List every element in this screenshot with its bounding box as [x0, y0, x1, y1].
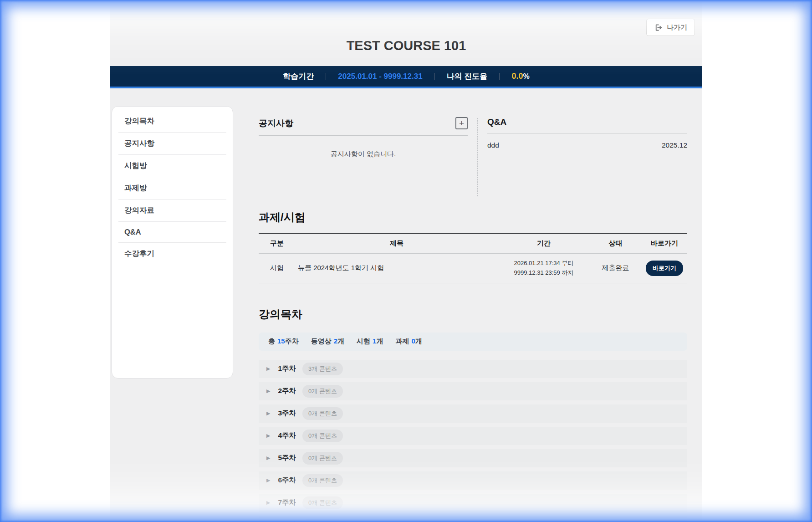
notice-panel-header: 공지사항 + — [259, 117, 468, 136]
panel-divider — [477, 118, 478, 196]
tasks-section-title: 과제/시험 — [259, 210, 687, 225]
week-label: 1주차 — [278, 364, 296, 374]
task-title: 뉴클 2024학년도 1학기 시험 — [295, 254, 498, 283]
study-period-label: 학습기간 — [283, 71, 314, 82]
task-status: 제출완료 — [589, 254, 642, 283]
week-row-4[interactable]: ▶ 4주차 0개 콘텐츠 — [259, 427, 687, 445]
week-row-5[interactable]: ▶ 5주차 0개 콘텐츠 — [259, 449, 687, 467]
tasks-col-title: 제목 — [295, 233, 498, 254]
progress-value: 0.0% — [511, 72, 529, 81]
week-content-count-badge: 0개 콘텐츠 — [302, 496, 343, 509]
week-content-count-badge: 0개 콘텐츠 — [302, 430, 343, 442]
week-list: ▶ 1주차 3개 콘텐츠 ▶ 2주차 0개 콘텐츠 ▶ 3주차 0개 콘텐츠 — [259, 360, 687, 522]
course-contents-title: 강의목차 — [259, 307, 687, 322]
tasks-col-type: 구분 — [259, 233, 295, 254]
tasks-section: 과제/시험 구분 제목 기간 상태 바로가기 시험 — [259, 210, 687, 283]
tasks-col-status: 상태 — [589, 233, 642, 254]
week-label: 6주차 — [278, 476, 296, 485]
plus-icon[interactable]: + — [455, 117, 468, 129]
week-label: 7주차 — [278, 498, 296, 507]
sidebar-item-notice[interactable]: 공지사항 — [118, 133, 226, 155]
top-panels: 공지사항 + 공지사항이 없습니다. Q&A ddd 2025.12 — [259, 117, 687, 196]
week-content-count-badge: 0개 콘텐츠 — [302, 385, 343, 398]
week-content-count-badge: 0개 콘텐츠 — [302, 474, 343, 487]
qna-title: Q&A — [487, 117, 506, 127]
week-label: 4주차 — [278, 431, 296, 440]
summary-videos: 동영상2개 — [311, 337, 344, 346]
qna-panel-header: Q&A — [487, 117, 687, 133]
week-content-count-badge: 0개 콘텐츠 — [302, 452, 343, 465]
week-row-7[interactable]: ▶ 7주차 0개 콘텐츠 — [259, 494, 687, 512]
course-page: 나가기 TEST COURSE 101 학습기간 2025.01.01 - 99… — [110, 0, 702, 522]
week-row-6[interactable]: ▶ 6주차 0개 콘텐츠 — [259, 471, 687, 490]
expand-triangle-icon: ▶ — [266, 500, 270, 506]
sidebar-item-review[interactable]: 수강후기 — [118, 243, 226, 265]
info-bar-divider — [434, 73, 435, 80]
expand-triangle-icon: ▶ — [266, 455, 270, 461]
week-label: 8주차 — [278, 520, 296, 522]
week-content-count-badge: 0개 콘텐츠 — [302, 519, 343, 522]
week-content-count-badge: 0개 콘텐츠 — [302, 407, 343, 420]
sidebar-item-contents[interactable]: 강의목차 — [118, 110, 226, 133]
summary-exams: 시험1개 — [357, 337, 383, 346]
progress-label: 나의 진도율 — [447, 71, 488, 82]
qna-list-item[interactable]: ddd 2025.12 — [487, 141, 687, 149]
expand-triangle-icon: ▶ — [266, 366, 270, 372]
week-row-2[interactable]: ▶ 2주차 0개 콘텐츠 — [259, 382, 687, 400]
notice-title: 공지사항 — [259, 118, 293, 129]
exit-button-label: 나가기 — [667, 23, 687, 32]
week-row-1[interactable]: ▶ 1주차 3개 콘텐츠 — [259, 360, 687, 378]
week-label: 2주차 — [278, 386, 296, 396]
course-contents-section: 강의목차 총15주차 동영상2개 시험1개 과제0개 ▶ 1주차 3개 콘텐츠 … — [259, 307, 687, 522]
qna-item-date: 2025.12 — [662, 141, 687, 149]
week-label: 3주차 — [278, 409, 296, 418]
week-label: 5주차 — [278, 453, 296, 463]
contents-summary-bar: 총15주차 동영상2개 시험1개 과제0개 — [259, 333, 687, 351]
task-period: 2026.01.21 17:34 부터 9999.12.31 23:59 까지 — [498, 254, 589, 283]
sidebar: 강의목차 공지사항 시험방 과제방 강의자료 Q&A 수강후기 — [112, 106, 233, 379]
summary-assignments: 과제0개 — [395, 337, 422, 346]
week-row-3[interactable]: ▶ 3주차 0개 콘텐츠 — [259, 404, 687, 423]
summary-total-weeks: 총15주차 — [268, 337, 299, 346]
qna-item-title: ddd — [487, 141, 499, 149]
task-type: 시험 — [259, 254, 295, 283]
content-area: 강의목차 공지사항 시험방 과제방 강의자료 Q&A 수강후기 공지사항 + 공… — [110, 106, 702, 522]
logout-icon — [654, 23, 663, 32]
table-row: 시험 뉴클 2024학년도 1학기 시험 2026.01.21 17:34 부터… — [259, 254, 687, 283]
tasks-table: 구분 제목 기간 상태 바로가기 시험 뉴클 2024학년도 1학기 시험 — [259, 233, 687, 283]
expand-triangle-icon: ▶ — [266, 388, 270, 394]
info-bar-divider — [326, 73, 326, 80]
course-info-bar: 학습기간 2025.01.01 - 9999.12.31 나의 진도율 0.0% — [110, 66, 702, 88]
tasks-col-period: 기간 — [498, 233, 589, 254]
task-period-to: 9999.12.31 23:59 까지 — [501, 268, 587, 278]
notice-empty-message: 공지사항이 없습니다. — [259, 150, 468, 159]
task-go-button[interactable]: 바로가기 — [646, 261, 683, 276]
week-content-count-badge: 3개 콘텐츠 — [302, 363, 343, 375]
week-row-8[interactable]: ▶ 8주차 0개 콘텐츠 — [259, 516, 687, 522]
sidebar-item-qna[interactable]: Q&A — [118, 222, 226, 243]
expand-triangle-icon: ▶ — [266, 433, 270, 439]
main-area: 공지사항 + 공지사항이 없습니다. Q&A ddd 2025.12 — [259, 106, 687, 522]
tasks-col-action: 바로가기 — [642, 233, 687, 254]
expand-triangle-icon: ▶ — [266, 477, 270, 483]
sidebar-item-materials[interactable]: 강의자료 — [118, 200, 226, 222]
course-title: TEST COURSE 101 — [110, 38, 702, 53]
study-period-value: 2025.01.01 - 9999.12.31 — [338, 72, 422, 81]
sidebar-item-exam[interactable]: 시험방 — [118, 155, 226, 177]
expand-triangle-icon: ▶ — [266, 410, 270, 416]
exit-button[interactable]: 나가기 — [646, 19, 695, 36]
task-period-from: 2026.01.21 17:34 부터 — [501, 259, 587, 268]
notice-panel: 공지사항 + 공지사항이 없습니다. — [259, 117, 468, 196]
info-bar-divider — [499, 73, 500, 80]
qna-panel: Q&A ddd 2025.12 — [487, 117, 687, 196]
sidebar-item-assignment[interactable]: 과제방 — [118, 177, 226, 200]
